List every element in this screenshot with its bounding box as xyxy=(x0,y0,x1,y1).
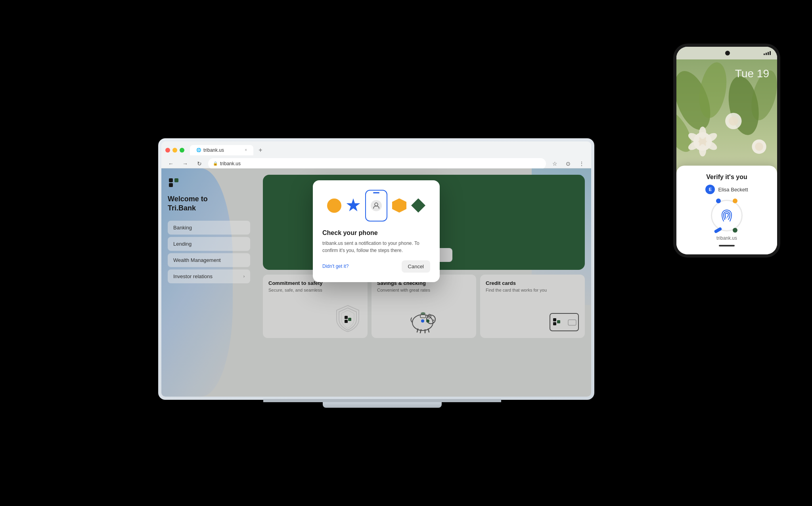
fp-dot-blue xyxy=(716,199,721,203)
phone-notch xyxy=(373,192,379,193)
browser-tabs-bar: 🌐 tribank.us × + xyxy=(161,141,591,156)
bookmark-button[interactable]: ☆ xyxy=(549,158,560,169)
traffic-lights xyxy=(165,148,184,153)
reload-button[interactable]: ↻ xyxy=(194,158,205,169)
profile-button[interactable]: ⊙ xyxy=(563,158,574,169)
browser-nav-actions: ☆ ⊙ ⋮ xyxy=(549,158,587,169)
fp-segment-blue xyxy=(714,227,722,234)
fingerprint-circle xyxy=(711,200,743,231)
verify-title: Verify it's you xyxy=(684,174,769,181)
signal-bar-1 xyxy=(764,53,765,55)
laptop-hinge xyxy=(263,399,501,402)
svg-point-23 xyxy=(375,203,378,206)
svg-point-38 xyxy=(699,144,706,157)
green-diamond-icon xyxy=(411,199,425,213)
verify-avatar: E xyxy=(705,185,715,194)
modal-title: Check your phone xyxy=(322,229,430,237)
forward-button[interactable]: → xyxy=(180,158,191,169)
menu-button[interactable]: ⋮ xyxy=(576,158,587,169)
laptop-body: 🌐 tribank.us × + ← → ↻ 🔒 tribank.us xyxy=(158,138,594,400)
phone-home-bar xyxy=(719,245,735,246)
didnt-get-it-link[interactable]: Didn't get it? xyxy=(322,264,349,269)
svg-point-34 xyxy=(755,143,763,151)
tab-title: tribank.us xyxy=(203,147,224,153)
tab-favicon: 🌐 xyxy=(196,148,201,152)
active-tab[interactable]: 🌐 tribank.us × xyxy=(190,145,253,155)
verify-user-name: Elisa Beckett xyxy=(718,187,748,193)
svg-point-32 xyxy=(729,116,738,126)
phone-icon xyxy=(365,190,387,221)
browser-chrome: 🌐 tribank.us × + ← → ↻ 🔒 tribank.us xyxy=(161,141,591,168)
modal-actions: Didn't get it? Cancel xyxy=(322,260,430,273)
verify-domain: tribank.us xyxy=(684,235,769,241)
modal-icons-row xyxy=(322,190,430,221)
fullscreen-window-button[interactable] xyxy=(180,148,184,153)
fp-dot-orange xyxy=(733,199,737,203)
laptop-screen: 🌐 tribank.us × + ← → ↻ 🔒 tribank.us xyxy=(161,141,591,397)
minimize-window-button[interactable] xyxy=(172,148,177,153)
modal-overlay: Check your phone tribank.us sent a notif… xyxy=(161,168,591,397)
close-window-button[interactable] xyxy=(165,148,170,153)
phone-screen: 9:41 xyxy=(676,47,777,254)
orange-hexagon-icon xyxy=(392,199,406,213)
signal-bar-3 xyxy=(768,52,769,55)
modal-body-text: tribank.us sent a notification to your p… xyxy=(322,240,430,254)
verify-user-row: E Elisa Beckett xyxy=(684,185,769,194)
phone-device: 9:41 xyxy=(673,44,780,258)
lock-icon: 🔒 xyxy=(213,161,218,166)
user-silhouette-icon xyxy=(371,200,382,211)
check-phone-modal: Check your phone tribank.us sent a notif… xyxy=(313,180,440,282)
phone-date: Tue 19 xyxy=(735,67,769,80)
fingerprint-icon[interactable] xyxy=(715,204,739,227)
orange-circle-icon xyxy=(327,199,341,213)
back-button[interactable]: ← xyxy=(165,158,176,169)
phone-wallpaper: Tue 19 Verify it's you E Elisa Beckett xyxy=(676,59,777,254)
url-text: tribank.us xyxy=(220,161,241,166)
svg-point-35 xyxy=(699,127,706,139)
website-content: Login 👤 xyxy=(161,168,591,397)
fp-dot-green xyxy=(733,228,737,233)
signal-bar-4 xyxy=(770,51,771,55)
laptop-base xyxy=(323,402,442,408)
phone-front-camera xyxy=(725,51,730,55)
blue-star-icon xyxy=(346,199,360,213)
laptop-device: 🌐 tribank.us × + ← → ↻ 🔒 tribank.us xyxy=(158,99,606,408)
cancel-button[interactable]: Cancel xyxy=(402,260,430,273)
phone-status-bar: 9:41 xyxy=(676,47,777,59)
new-tab-button[interactable]: + xyxy=(255,145,266,156)
verify-card: Verify it's you E Elisa Beckett xyxy=(676,166,777,254)
phone-signal-indicator xyxy=(764,51,771,55)
fingerprint-section xyxy=(684,200,769,231)
tab-close-button[interactable]: × xyxy=(245,148,247,152)
address-bar[interactable]: 🔒 tribank.us xyxy=(208,158,546,169)
signal-bar-2 xyxy=(766,53,767,55)
